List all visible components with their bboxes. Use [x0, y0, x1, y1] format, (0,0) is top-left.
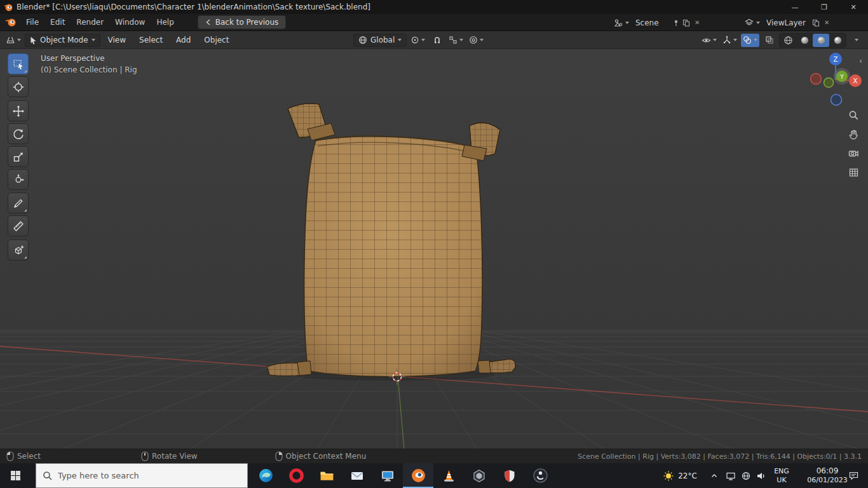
menu-edit[interactable]: Edit	[44, 15, 71, 30]
camera-view-button[interactable]	[846, 146, 860, 160]
windows-taskbar: 22°C ENG U	[0, 463, 868, 488]
action-center-button[interactable]	[839, 463, 868, 488]
viewlayer-icon	[745, 18, 754, 27]
show-overlays-toggle[interactable]	[741, 34, 759, 47]
mail-icon[interactable]	[342, 463, 372, 488]
transform-orientation-dropdown[interactable]: Global	[353, 34, 407, 47]
minimize-button[interactable]: —	[780, 0, 810, 14]
tool-select-box[interactable]	[8, 53, 29, 74]
tool-measure[interactable]	[8, 215, 29, 236]
search-input[interactable]	[58, 471, 223, 480]
tool-add-cube[interactable]	[8, 240, 29, 261]
tool-transform[interactable]	[8, 169, 29, 190]
duplicate-icon[interactable]	[682, 19, 690, 27]
snapping-dropdown[interactable]	[409, 34, 427, 47]
axis-neg-x-ball[interactable]	[811, 74, 822, 85]
edge-icon[interactable]	[250, 463, 281, 488]
3d-cursor-icon	[12, 81, 25, 93]
object-visibility-dropdown[interactable]	[700, 34, 719, 47]
back-to-previous-button[interactable]: Back to Previous	[198, 15, 287, 29]
pan-button[interactable]	[846, 127, 860, 141]
shading-solid-button[interactable]	[796, 34, 813, 47]
menu-view[interactable]: View	[102, 36, 132, 44]
navigation-gizmo[interactable]: Y Z X	[808, 51, 864, 109]
tool-scale[interactable]	[8, 146, 29, 167]
obs-icon[interactable]	[525, 463, 555, 488]
proportional-editing-toggle[interactable]	[467, 34, 485, 47]
tool-cursor[interactable]	[8, 76, 29, 97]
menu-select[interactable]: Select	[133, 36, 168, 44]
pivot-point-dropdown[interactable]	[447, 34, 465, 47]
select-box-icon	[12, 58, 25, 71]
duplicate-icon[interactable]	[812, 19, 820, 27]
rotate-icon	[12, 128, 25, 140]
menu-help[interactable]: Help	[151, 15, 179, 30]
titlebar: Blender* [C:\Users\liaqu\Documents\Chara…	[0, 0, 868, 14]
snap-toggle[interactable]	[429, 34, 445, 47]
menu-object[interactable]: Object	[198, 36, 234, 44]
volume-tray-item[interactable]	[754, 463, 769, 488]
material-sphere-icon	[817, 36, 826, 45]
menu-file[interactable]: File	[20, 15, 44, 30]
solid-sphere-icon	[800, 36, 810, 45]
tray-overflow-button[interactable]	[707, 463, 722, 488]
file-explorer-icon[interactable]	[311, 463, 342, 488]
menu-add[interactable]: Add	[170, 36, 196, 44]
close-button[interactable]: ✕	[839, 0, 868, 14]
remove-icon[interactable]: ✕	[822, 19, 831, 26]
toggle-orthographic-button[interactable]	[846, 165, 860, 179]
subtool-indicator	[24, 209, 27, 212]
camera-icon	[848, 147, 859, 159]
blender-logo-icon	[5, 18, 17, 27]
start-button[interactable]	[0, 463, 31, 488]
menu-render[interactable]: Render	[71, 15, 109, 30]
blender-logo-icon	[4, 3, 13, 11]
maximize-button[interactable]: ❐	[810, 0, 839, 14]
network-tray-item[interactable]	[738, 463, 754, 488]
transform-icon	[12, 173, 25, 186]
hint-select: Select	[6, 451, 41, 461]
taskbar-search[interactable]	[36, 463, 248, 488]
tool-annotate[interactable]	[8, 193, 29, 214]
viewlayer-selector[interactable]: ViewLayer ✕	[745, 16, 831, 29]
windows-logo-icon	[10, 470, 21, 481]
hint-context-menu: Object Context Menu	[275, 451, 367, 461]
object-mode-icon	[30, 36, 37, 44]
windows-security-icon[interactable]	[494, 463, 525, 488]
unity-icon[interactable]	[464, 463, 494, 488]
chevron-down-icon	[625, 22, 629, 24]
notification-icon	[848, 470, 859, 481]
axis-neg-y-ball[interactable]	[824, 78, 834, 88]
menu-window[interactable]: Window	[109, 15, 151, 30]
tool-rotate[interactable]	[8, 123, 29, 144]
scale-icon	[12, 151, 25, 163]
pin-icon[interactable]	[672, 19, 680, 27]
shading-dropdown[interactable]	[848, 34, 864, 47]
scene-statistics: Scene Collection | Rig | Verts:3,082 | F…	[578, 452, 862, 461]
language-label: ENG	[774, 467, 789, 476]
chevron-down-icon	[421, 39, 425, 41]
tool-move[interactable]	[8, 100, 29, 121]
weather-widget[interactable]: 22°C	[656, 463, 704, 488]
shading-rendered-button[interactable]	[829, 34, 846, 47]
display-tray-item[interactable]	[723, 463, 738, 488]
unlink-icon[interactable]: ✕	[693, 19, 702, 26]
zoom-button[interactable]	[846, 108, 860, 122]
shading-wireframe-button[interactable]	[780, 34, 796, 47]
vlc-icon[interactable]	[433, 463, 464, 488]
scene-name: Scene	[632, 18, 670, 27]
xray-toggle[interactable]	[761, 34, 777, 47]
annotate-pencil-icon	[12, 197, 25, 210]
axis-neg-z-ball[interactable]	[831, 95, 842, 105]
opera-icon[interactable]	[281, 463, 311, 488]
scene-selector[interactable]: Scene ✕	[614, 16, 702, 29]
mode-dropdown[interactable]: Object Mode	[25, 34, 100, 47]
show-gizmo-dropdown[interactable]	[721, 34, 739, 47]
shading-material-preview-button[interactable]	[813, 34, 829, 47]
blender-icon[interactable]	[403, 463, 433, 488]
3d-viewport[interactable]	[0, 49, 868, 449]
editor-type-button[interactable]	[4, 34, 23, 47]
monitor-icon[interactable]	[372, 463, 403, 488]
language-indicator[interactable]: ENG UK	[769, 463, 794, 488]
xray-icon	[765, 36, 774, 44]
